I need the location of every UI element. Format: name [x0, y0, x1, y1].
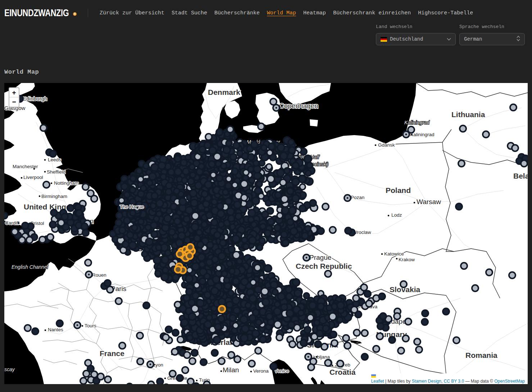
svg-text:Belarus: Belarus	[513, 172, 528, 180]
svg-text:Lithuania: Lithuania	[451, 110, 485, 119]
svg-text:The Hague: The Hague	[120, 204, 144, 209]
svg-text:Poland: Poland	[386, 186, 411, 194]
svg-text:Cardiff: Cardiff	[5, 220, 19, 226]
svg-text:Milan: Milan	[223, 366, 239, 374]
svg-text:France: France	[100, 349, 124, 358]
svg-text:Romania: Romania	[465, 351, 497, 359]
svg-text:Denmark: Denmark	[208, 88, 240, 96]
svg-text:Sheffield: Sheffield	[47, 169, 65, 175]
svg-text:Lodz: Lodz	[391, 212, 402, 218]
svg-text:Krakow: Krakow	[399, 257, 415, 262]
svg-text:Nantes: Nantes	[48, 327, 63, 332]
svg-text:Leeds: Leeds	[48, 157, 61, 162]
svg-text:Edinburgh: Edinburgh	[23, 96, 47, 102]
svg-text:Katowice: Katowice	[384, 251, 404, 257]
svg-text:Rouen: Rouen	[92, 272, 106, 278]
svg-text:Venice: Venice	[274, 368, 289, 374]
svg-text:Warsaw: Warsaw	[417, 198, 441, 206]
svg-text:Copenhagen: Copenhagen	[279, 102, 318, 110]
svg-text:Prague: Prague	[309, 254, 331, 261]
svg-text:Croatia: Croatia	[329, 368, 356, 376]
svg-text:scay: scay	[4, 366, 15, 372]
svg-text:Pozan: Pozan	[351, 195, 364, 200]
svg-text:Kaliningrad: Kaliningrad	[404, 120, 430, 125]
svg-text:Birmingham: Birmingham	[41, 194, 67, 199]
svg-text:Gdansk: Gdansk	[378, 142, 395, 148]
svg-text:Tours: Tours	[85, 323, 96, 328]
svg-text:Czech Republic: Czech Republic	[296, 262, 352, 270]
svg-text:English Channel: English Channel	[12, 264, 49, 270]
svg-text:Liverpool: Liverpool	[23, 175, 43, 180]
svg-text:Verona: Verona	[253, 368, 269, 374]
svg-text:Nottingham: Nottingham	[54, 180, 79, 186]
